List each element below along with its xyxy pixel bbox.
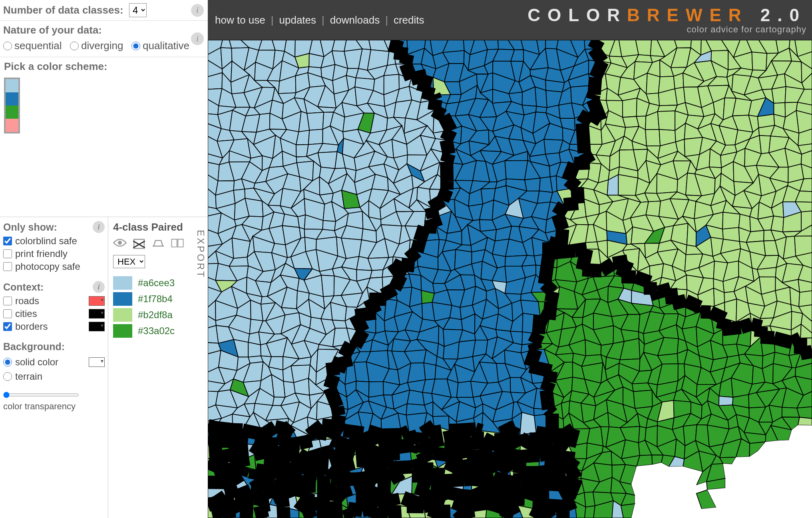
- nature-diverging-radio[interactable]: diverging: [70, 40, 123, 52]
- svg-line-1849: [447, 154, 449, 162]
- svg-marker-1266: [408, 363, 426, 383]
- svg-line-2123: [464, 479, 471, 480]
- svg-marker-1467: [520, 412, 536, 435]
- svg-marker-93: [752, 52, 767, 70]
- svg-line-1913: [534, 334, 538, 343]
- cities-color-picker[interactable]: [89, 309, 105, 319]
- svg-line-1829: [406, 54, 408, 64]
- svg-line-2040: [519, 455, 539, 456]
- svg-line-1982: [449, 430, 451, 440]
- svg-line-1869: [408, 251, 417, 259]
- control-sidebar: Number of data classes: 4 i Nature of yo…: [0, 0, 208, 518]
- svg-line-1908: [722, 327, 741, 329]
- cities-checkbox[interactable]: cities: [3, 308, 37, 319]
- svg-line-2214: [518, 490, 518, 506]
- svg-line-1885: [636, 277, 650, 282]
- nature-sequential-radio[interactable]: sequential: [3, 40, 62, 52]
- scheme-detail-panel: 4-class Paired EXPORT HEX: [108, 217, 208, 518]
- svg-line-1863: [424, 227, 436, 227]
- photocopy-unsafe-icon[interactable]: [132, 238, 146, 249]
- svg-point-0: [118, 241, 122, 245]
- svg-line-1851: [574, 163, 590, 163]
- svg-marker-35: [619, 40, 639, 57]
- bg-color-picker[interactable]: [89, 357, 105, 367]
- scheme-swatch[interactable]: [4, 78, 20, 133]
- svg-line-2238: [535, 510, 539, 518]
- roads-checkbox[interactable]: roads: [3, 295, 39, 307]
- svg-marker-1489: [798, 417, 812, 426]
- svg-line-1926: [332, 362, 334, 375]
- colorblind-checkbox[interactable]: colorblind safe: [3, 235, 77, 247]
- svg-line-1906: [539, 315, 540, 334]
- context-heading: Context: i: [3, 281, 105, 293]
- nav-how-to-use[interactable]: how to use: [215, 14, 265, 26]
- svg-line-2178: [564, 488, 569, 497]
- brand-subtitle: color advice for cartography: [527, 24, 806, 35]
- borders-color-picker[interactable]: [89, 322, 105, 331]
- classes-select[interactable]: 4: [129, 3, 147, 17]
- nature-row: Nature of your data: i sequential diverg…: [0, 21, 208, 57]
- svg-line-1911: [355, 331, 363, 346]
- svg-line-1933: [549, 409, 552, 413]
- main-panel: how to use| updates| downloads| credits …: [208, 0, 812, 518]
- svg-line-2105: [321, 471, 324, 476]
- svg-marker-778: [305, 237, 316, 251]
- bg-solid-radio[interactable]: solid color: [3, 357, 58, 368]
- format-select[interactable]: HEX: [113, 255, 145, 268]
- svg-marker-84: [635, 55, 652, 63]
- swatch-color: [6, 79, 18, 92]
- svg-line-2082: [500, 463, 510, 471]
- svg-line-1837: [434, 95, 436, 100]
- nature-radio-group: sequential diverging qualitative: [3, 40, 204, 52]
- svg-line-1932: [337, 407, 339, 415]
- svg-marker-36: [636, 40, 652, 56]
- nav-updates[interactable]: updates: [279, 14, 316, 26]
- info-icon[interactable]: i: [93, 281, 105, 293]
- svg-line-1921: [800, 352, 812, 354]
- scheme-icon-row: [113, 238, 203, 249]
- borders-checkbox[interactable]: borders: [3, 321, 48, 332]
- svg-line-1859: [564, 203, 578, 205]
- photocopy-checkbox[interactable]: photocopy safe: [3, 261, 80, 272]
- svg-line-1868: [417, 241, 420, 251]
- svg-marker-298: [307, 112, 324, 130]
- pick-scheme-label: Pick a color scheme:: [4, 60, 204, 73]
- svg-line-2228: [335, 501, 336, 518]
- export-label[interactable]: EXPORT: [195, 230, 206, 279]
- svg-line-2211: [487, 503, 496, 506]
- svg-line-2092: [208, 482, 224, 483]
- info-icon[interactable]: i: [191, 4, 204, 17]
- svg-line-1836: [594, 77, 595, 94]
- print-icon[interactable]: [151, 238, 165, 249]
- svg-line-1905: [355, 316, 363, 331]
- bg-terrain-radio[interactable]: terrain: [3, 371, 105, 382]
- nav-credits[interactable]: credits: [394, 14, 424, 26]
- info-icon[interactable]: i: [93, 221, 105, 233]
- svg-line-1925: [530, 366, 551, 371]
- swatch-color: [6, 106, 18, 119]
- print-checkbox[interactable]: print friendly: [3, 248, 68, 259]
- svg-line-2176: [561, 485, 564, 488]
- transparency-slider[interactable]: [3, 392, 79, 398]
- svg-line-2182: [247, 490, 251, 501]
- svg-line-2191: [335, 488, 336, 501]
- map-canvas[interactable]: [208, 40, 812, 518]
- svg-line-2239: [543, 505, 551, 518]
- svg-line-2095: [241, 466, 244, 475]
- svg-line-1903: [701, 312, 711, 312]
- nav-downloads[interactable]: downloads: [330, 14, 380, 26]
- svg-line-2223: [246, 501, 247, 518]
- screen-icon[interactable]: [171, 238, 184, 249]
- info-icon[interactable]: i: [191, 32, 204, 45]
- roads-color-picker[interactable]: [89, 296, 105, 306]
- svg-line-1831: [406, 64, 411, 79]
- svg-line-2229: [348, 508, 352, 518]
- svg-line-2236: [467, 506, 469, 518]
- nature-qualitative-radio[interactable]: qualitative: [131, 40, 189, 52]
- svg-marker-719: [771, 216, 784, 232]
- svg-marker-563: [618, 175, 638, 195]
- svg-marker-1267: [424, 363, 436, 380]
- color-hex: #b2df8a: [138, 309, 173, 321]
- eye-icon[interactable]: [113, 238, 127, 249]
- svg-marker-346: [308, 129, 323, 144]
